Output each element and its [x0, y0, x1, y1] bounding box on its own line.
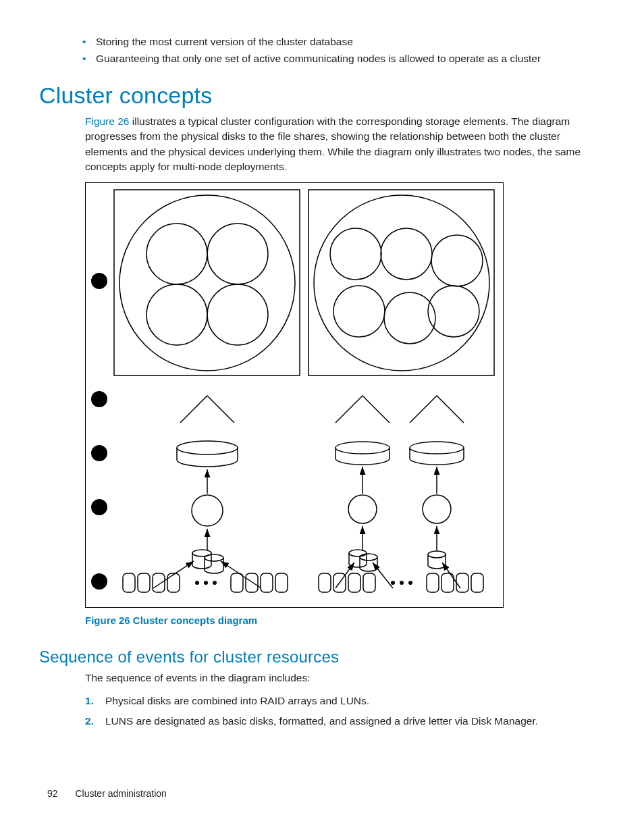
list-item: Storing the most current version of the …: [85, 34, 605, 51]
svg-point-46: [410, 442, 464, 454]
figure-reference-link[interactable]: Figure 26: [85, 115, 129, 127]
svg-rect-30: [167, 573, 180, 592]
svg-point-24: [205, 554, 223, 561]
svg-point-0: [91, 273, 107, 289]
page-footer: 92 Cluster administration: [47, 788, 167, 799]
paragraph-text: illustrates a typical cluster configurat…: [85, 115, 581, 172]
svg-point-2: [91, 445, 107, 461]
svg-rect-28: [138, 573, 150, 592]
page-number: 92: [47, 788, 58, 799]
figure-26-diagram: [85, 182, 504, 608]
svg-line-51: [442, 563, 460, 588]
svg-point-1: [91, 391, 107, 407]
svg-point-43: [360, 554, 377, 561]
svg-point-4: [91, 573, 107, 590]
svg-rect-27: [123, 573, 135, 592]
svg-point-18: [428, 286, 479, 337]
page: Storing the most current version of the …: [0, 0, 644, 834]
list-item-text: Physical disks are combined into RAID ar…: [105, 695, 369, 706]
svg-point-37: [213, 581, 217, 585]
svg-rect-55: [363, 573, 375, 592]
svg-rect-52: [319, 573, 331, 592]
svg-point-42: [349, 550, 367, 556]
svg-point-50: [428, 551, 446, 558]
list-item: Physical disks are combined into RAID ar…: [85, 691, 605, 710]
svg-point-48: [423, 495, 451, 523]
svg-point-15: [431, 235, 483, 286]
svg-point-35: [195, 581, 199, 585]
svg-rect-54: [348, 573, 360, 592]
svg-line-26: [221, 561, 261, 588]
svg-rect-29: [153, 573, 165, 592]
chapter-title: Cluster administration: [75, 788, 166, 799]
svg-rect-31: [231, 573, 243, 592]
svg-rect-59: [471, 573, 483, 592]
section-paragraph: Figure 26 illustrates a typical cluster …: [85, 114, 605, 175]
svg-point-10: [207, 284, 268, 345]
svg-rect-56: [427, 573, 439, 592]
list-item: LUNS are designated as basic disks, form…: [85, 711, 605, 731]
svg-rect-11: [308, 190, 494, 375]
list-item-text: LUNS are designated as basic disks, form…: [105, 715, 538, 727]
subsection-heading: Sequence of events for cluster resources: [39, 648, 605, 667]
cluster-diagram-svg: [86, 183, 504, 608]
svg-point-6: [119, 195, 295, 371]
svg-point-13: [330, 228, 381, 280]
intro-bullet-list: Storing the most current version of the …: [85, 34, 605, 68]
svg-point-40: [348, 495, 377, 523]
svg-rect-32: [246, 573, 258, 592]
svg-point-7: [146, 224, 207, 284]
svg-line-25: [153, 561, 194, 588]
svg-point-38: [336, 442, 390, 454]
svg-point-61: [400, 581, 404, 585]
list-item: Guaranteeing that only one set of active…: [85, 51, 605, 68]
svg-point-3: [91, 499, 107, 515]
list-item-text: Guaranteeing that only one set of active…: [96, 53, 541, 64]
sequence-intro: The sequence of events in the diagram in…: [85, 672, 605, 684]
svg-point-8: [207, 224, 268, 284]
svg-point-12: [314, 195, 489, 371]
svg-point-62: [408, 581, 412, 585]
section-heading: Cluster concepts: [39, 82, 605, 109]
svg-point-60: [391, 581, 395, 585]
svg-point-36: [204, 581, 208, 585]
sequence-list: Physical disks are combined into RAID ar…: [85, 691, 605, 731]
svg-point-16: [333, 286, 385, 337]
list-item-text: Storing the most current version of the …: [96, 36, 353, 47]
svg-rect-58: [456, 573, 468, 592]
svg-point-14: [381, 228, 432, 280]
svg-rect-33: [261, 573, 273, 592]
svg-rect-34: [275, 573, 288, 592]
svg-rect-5: [114, 190, 300, 375]
svg-point-19: [177, 441, 238, 454]
svg-point-21: [192, 495, 223, 526]
figure-caption: Figure 26 Cluster concepts diagram: [85, 615, 605, 626]
svg-point-9: [146, 284, 207, 345]
svg-point-17: [384, 292, 435, 344]
